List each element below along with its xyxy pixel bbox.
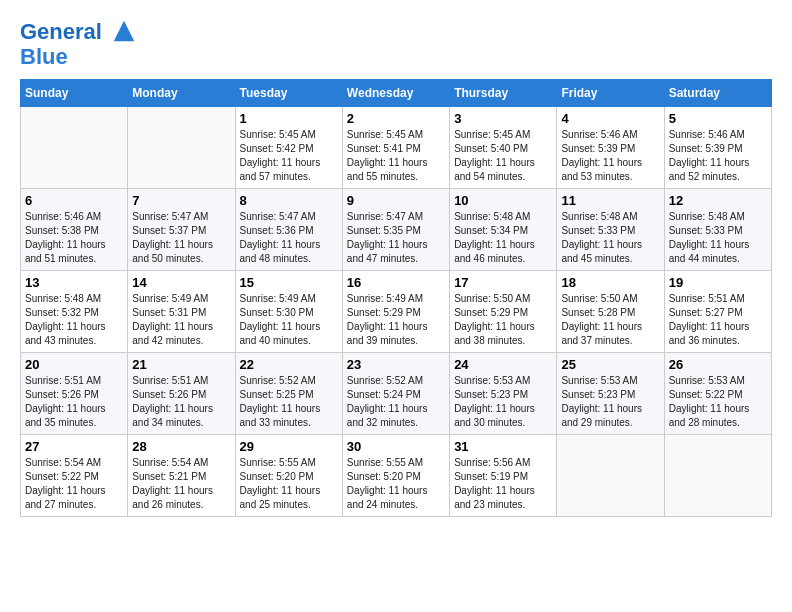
- calendar-cell: 15Sunrise: 5:49 AMSunset: 5:30 PMDayligh…: [235, 271, 342, 353]
- day-number: 10: [454, 193, 552, 208]
- day-number: 17: [454, 275, 552, 290]
- logo-icon: [110, 17, 138, 45]
- calendar-week-5: 27Sunrise: 5:54 AMSunset: 5:22 PMDayligh…: [21, 435, 772, 517]
- day-number: 23: [347, 357, 445, 372]
- day-info: Sunrise: 5:49 AMSunset: 5:30 PMDaylight:…: [240, 292, 338, 348]
- day-number: 9: [347, 193, 445, 208]
- day-info: Sunrise: 5:55 AMSunset: 5:20 PMDaylight:…: [240, 456, 338, 512]
- calendar-cell: 1Sunrise: 5:45 AMSunset: 5:42 PMDaylight…: [235, 107, 342, 189]
- calendar-cell: 11Sunrise: 5:48 AMSunset: 5:33 PMDayligh…: [557, 189, 664, 271]
- calendar-cell: 6Sunrise: 5:46 AMSunset: 5:38 PMDaylight…: [21, 189, 128, 271]
- day-info: Sunrise: 5:55 AMSunset: 5:20 PMDaylight:…: [347, 456, 445, 512]
- calendar-cell: 18Sunrise: 5:50 AMSunset: 5:28 PMDayligh…: [557, 271, 664, 353]
- calendar-cell: 31Sunrise: 5:56 AMSunset: 5:19 PMDayligh…: [450, 435, 557, 517]
- day-number: 19: [669, 275, 767, 290]
- weekday-header-wednesday: Wednesday: [342, 80, 449, 107]
- calendar-cell: [664, 435, 771, 517]
- calendar-header: SundayMondayTuesdayWednesdayThursdayFrid…: [21, 80, 772, 107]
- day-info: Sunrise: 5:46 AMSunset: 5:39 PMDaylight:…: [561, 128, 659, 184]
- day-number: 29: [240, 439, 338, 454]
- day-info: Sunrise: 5:48 AMSunset: 5:33 PMDaylight:…: [669, 210, 767, 266]
- day-info: Sunrise: 5:49 AMSunset: 5:29 PMDaylight:…: [347, 292, 445, 348]
- day-number: 18: [561, 275, 659, 290]
- day-number: 15: [240, 275, 338, 290]
- calendar-cell: 27Sunrise: 5:54 AMSunset: 5:22 PMDayligh…: [21, 435, 128, 517]
- day-number: 30: [347, 439, 445, 454]
- weekday-header-saturday: Saturday: [664, 80, 771, 107]
- calendar-cell: 25Sunrise: 5:53 AMSunset: 5:23 PMDayligh…: [557, 353, 664, 435]
- logo-text: General: [20, 20, 138, 45]
- day-number: 20: [25, 357, 123, 372]
- calendar-cell: 2Sunrise: 5:45 AMSunset: 5:41 PMDaylight…: [342, 107, 449, 189]
- day-number: 26: [669, 357, 767, 372]
- calendar-cell: 26Sunrise: 5:53 AMSunset: 5:22 PMDayligh…: [664, 353, 771, 435]
- day-info: Sunrise: 5:51 AMSunset: 5:27 PMDaylight:…: [669, 292, 767, 348]
- day-info: Sunrise: 5:47 AMSunset: 5:36 PMDaylight:…: [240, 210, 338, 266]
- calendar-cell: 20Sunrise: 5:51 AMSunset: 5:26 PMDayligh…: [21, 353, 128, 435]
- calendar-cell: 29Sunrise: 5:55 AMSunset: 5:20 PMDayligh…: [235, 435, 342, 517]
- calendar-cell: 22Sunrise: 5:52 AMSunset: 5:25 PMDayligh…: [235, 353, 342, 435]
- day-info: Sunrise: 5:53 AMSunset: 5:23 PMDaylight:…: [454, 374, 552, 430]
- weekday-header-row: SundayMondayTuesdayWednesdayThursdayFrid…: [21, 80, 772, 107]
- calendar-cell: [21, 107, 128, 189]
- calendar-cell: 10Sunrise: 5:48 AMSunset: 5:34 PMDayligh…: [450, 189, 557, 271]
- weekday-header-sunday: Sunday: [21, 80, 128, 107]
- day-info: Sunrise: 5:51 AMSunset: 5:26 PMDaylight:…: [132, 374, 230, 430]
- day-number: 4: [561, 111, 659, 126]
- day-info: Sunrise: 5:45 AMSunset: 5:42 PMDaylight:…: [240, 128, 338, 184]
- calendar-cell: 3Sunrise: 5:45 AMSunset: 5:40 PMDaylight…: [450, 107, 557, 189]
- day-number: 16: [347, 275, 445, 290]
- day-info: Sunrise: 5:54 AMSunset: 5:22 PMDaylight:…: [25, 456, 123, 512]
- day-info: Sunrise: 5:49 AMSunset: 5:31 PMDaylight:…: [132, 292, 230, 348]
- calendar-cell: 13Sunrise: 5:48 AMSunset: 5:32 PMDayligh…: [21, 271, 128, 353]
- day-number: 28: [132, 439, 230, 454]
- calendar-cell: 30Sunrise: 5:55 AMSunset: 5:20 PMDayligh…: [342, 435, 449, 517]
- day-info: Sunrise: 5:45 AMSunset: 5:40 PMDaylight:…: [454, 128, 552, 184]
- calendar-cell: 4Sunrise: 5:46 AMSunset: 5:39 PMDaylight…: [557, 107, 664, 189]
- day-info: Sunrise: 5:51 AMSunset: 5:26 PMDaylight:…: [25, 374, 123, 430]
- day-number: 12: [669, 193, 767, 208]
- day-info: Sunrise: 5:53 AMSunset: 5:22 PMDaylight:…: [669, 374, 767, 430]
- calendar-cell: 17Sunrise: 5:50 AMSunset: 5:29 PMDayligh…: [450, 271, 557, 353]
- weekday-header-monday: Monday: [128, 80, 235, 107]
- day-number: 31: [454, 439, 552, 454]
- calendar-cell: 7Sunrise: 5:47 AMSunset: 5:37 PMDaylight…: [128, 189, 235, 271]
- calendar-cell: 14Sunrise: 5:49 AMSunset: 5:31 PMDayligh…: [128, 271, 235, 353]
- day-number: 21: [132, 357, 230, 372]
- day-number: 3: [454, 111, 552, 126]
- calendar-cell: 19Sunrise: 5:51 AMSunset: 5:27 PMDayligh…: [664, 271, 771, 353]
- calendar-week-3: 13Sunrise: 5:48 AMSunset: 5:32 PMDayligh…: [21, 271, 772, 353]
- calendar-cell: 5Sunrise: 5:46 AMSunset: 5:39 PMDaylight…: [664, 107, 771, 189]
- weekday-header-thursday: Thursday: [450, 80, 557, 107]
- calendar-cell: 9Sunrise: 5:47 AMSunset: 5:35 PMDaylight…: [342, 189, 449, 271]
- day-number: 7: [132, 193, 230, 208]
- day-info: Sunrise: 5:46 AMSunset: 5:39 PMDaylight:…: [669, 128, 767, 184]
- day-info: Sunrise: 5:54 AMSunset: 5:21 PMDaylight:…: [132, 456, 230, 512]
- day-info: Sunrise: 5:53 AMSunset: 5:23 PMDaylight:…: [561, 374, 659, 430]
- day-number: 11: [561, 193, 659, 208]
- day-number: 13: [25, 275, 123, 290]
- calendar-cell: 16Sunrise: 5:49 AMSunset: 5:29 PMDayligh…: [342, 271, 449, 353]
- calendar-cell: [557, 435, 664, 517]
- calendar-week-4: 20Sunrise: 5:51 AMSunset: 5:26 PMDayligh…: [21, 353, 772, 435]
- logo: General Blue: [20, 20, 138, 69]
- day-number: 5: [669, 111, 767, 126]
- day-info: Sunrise: 5:48 AMSunset: 5:34 PMDaylight:…: [454, 210, 552, 266]
- weekday-header-tuesday: Tuesday: [235, 80, 342, 107]
- day-info: Sunrise: 5:50 AMSunset: 5:28 PMDaylight:…: [561, 292, 659, 348]
- day-info: Sunrise: 5:48 AMSunset: 5:32 PMDaylight:…: [25, 292, 123, 348]
- day-number: 2: [347, 111, 445, 126]
- calendar-week-2: 6Sunrise: 5:46 AMSunset: 5:38 PMDaylight…: [21, 189, 772, 271]
- day-info: Sunrise: 5:47 AMSunset: 5:37 PMDaylight:…: [132, 210, 230, 266]
- calendar-cell: 8Sunrise: 5:47 AMSunset: 5:36 PMDaylight…: [235, 189, 342, 271]
- day-info: Sunrise: 5:47 AMSunset: 5:35 PMDaylight:…: [347, 210, 445, 266]
- day-info: Sunrise: 5:46 AMSunset: 5:38 PMDaylight:…: [25, 210, 123, 266]
- page-header: General Blue: [20, 20, 772, 69]
- calendar-cell: 28Sunrise: 5:54 AMSunset: 5:21 PMDayligh…: [128, 435, 235, 517]
- calendar-cell: [128, 107, 235, 189]
- day-info: Sunrise: 5:52 AMSunset: 5:24 PMDaylight:…: [347, 374, 445, 430]
- day-number: 14: [132, 275, 230, 290]
- calendar-cell: 12Sunrise: 5:48 AMSunset: 5:33 PMDayligh…: [664, 189, 771, 271]
- day-number: 8: [240, 193, 338, 208]
- day-number: 1: [240, 111, 338, 126]
